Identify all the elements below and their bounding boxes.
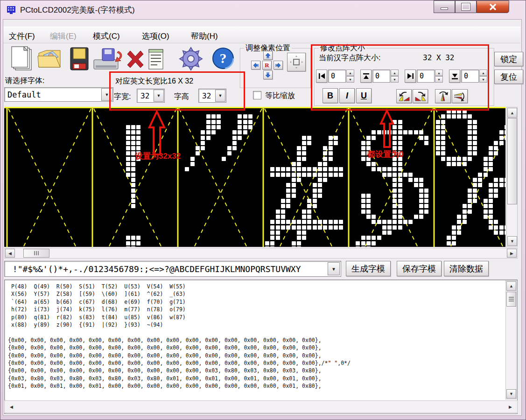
lcd-dot[interactable] (398, 183, 402, 187)
lcd-dot[interactable] (505, 125, 505, 129)
settings-gear-icon[interactable] (178, 46, 204, 73)
lcd-dot[interactable] (494, 178, 498, 182)
lcd-dot[interactable] (313, 183, 317, 187)
spinner-left-updown[interactable]: ▲▼ (346, 70, 354, 83)
lcd-dot[interactable] (302, 146, 306, 150)
lcd-dot[interactable] (372, 236, 376, 240)
lcd-dot[interactable] (136, 141, 140, 145)
lcd-dot[interactable] (452, 231, 456, 235)
lcd-dot[interactable] (307, 220, 311, 224)
lcd-dot[interactable] (136, 146, 140, 150)
lcd-dot[interactable] (323, 225, 327, 230)
lcd-dot[interactable] (489, 157, 493, 161)
lcd-dot[interactable] (302, 210, 306, 214)
lcd-dot[interactable] (489, 183, 493, 187)
lcd-dot[interactable] (473, 183, 477, 187)
lcd-dot[interactable] (468, 120, 472, 124)
lcd-dot[interactable] (329, 136, 333, 140)
lcd-dot[interactable] (398, 204, 402, 208)
lcd-dot[interactable] (281, 220, 285, 224)
lcd-dot[interactable] (382, 173, 386, 177)
lcd-dot[interactable] (468, 194, 472, 198)
lcd-dot[interactable] (499, 136, 504, 140)
lcd-dot[interactable] (227, 146, 231, 150)
lcd-dot[interactable] (270, 225, 274, 230)
lcd-dot[interactable] (297, 167, 301, 171)
lcd-dot[interactable] (489, 220, 493, 224)
lcd-dot[interactable] (441, 146, 445, 150)
lcd-dot[interactable] (463, 114, 467, 119)
lcd-dot[interactable] (473, 120, 477, 124)
lcd-dot[interactable] (313, 204, 317, 208)
lcd-dot[interactable] (484, 210, 488, 214)
adjust-left-button[interactable] (316, 70, 327, 83)
lcd-dot[interactable] (408, 178, 413, 182)
lcd-dot[interactable] (136, 130, 140, 134)
canvas-hscroll-thumb[interactable] (23, 249, 49, 258)
lcd-dot[interactable] (361, 241, 365, 245)
lcd-dot[interactable] (131, 236, 135, 240)
lcd-dot[interactable] (323, 173, 327, 177)
lcd-dot[interactable] (323, 162, 327, 166)
lcd-dot[interactable] (185, 167, 189, 171)
lcd-dot[interactable] (393, 173, 397, 177)
lcd-dot[interactable] (419, 194, 423, 198)
lcd-dot[interactable] (126, 141, 130, 145)
lcd-dot[interactable] (329, 220, 333, 224)
lcd-dot[interactable] (505, 231, 505, 235)
lcd-dot[interactable] (463, 109, 467, 113)
lcd-dot[interactable] (334, 167, 338, 171)
lcd-dot[interactable] (484, 162, 488, 166)
lcd-dot[interactable] (393, 210, 397, 214)
lcd-dot[interactable] (457, 114, 461, 119)
lcd-dot[interactable] (372, 167, 376, 171)
menu-mode[interactable]: 模式(C) (90, 29, 123, 43)
close-button[interactable] (477, 0, 509, 13)
lcd-dot[interactable] (126, 162, 130, 166)
lcd-dot[interactable] (276, 167, 280, 171)
lcd-dot[interactable] (131, 204, 135, 208)
lcd-dot[interactable] (131, 246, 135, 247)
lcd-dot[interactable] (302, 136, 306, 140)
lcd-dot[interactable] (484, 204, 488, 208)
output-scroll-right-icon[interactable]: ▶ (505, 402, 515, 412)
lcd-dot[interactable] (441, 114, 445, 119)
lcd-dot[interactable] (196, 151, 200, 155)
lcd-dot[interactable] (334, 220, 338, 224)
lcd-dot[interactable] (505, 136, 505, 140)
report-icon[interactable] (146, 47, 167, 72)
lcd-dot[interactable] (307, 210, 311, 214)
lcd-dot[interactable] (302, 231, 306, 235)
lcd-dot[interactable] (366, 241, 371, 245)
lcd-dot[interactable] (382, 167, 386, 171)
lcd-dot[interactable] (457, 231, 461, 235)
lcd-dot[interactable] (387, 231, 392, 235)
lcd-dot[interactable] (302, 215, 306, 219)
lcd-dot[interactable] (489, 167, 493, 171)
lcd-dot[interactable] (323, 151, 327, 155)
lcd-dot[interactable] (393, 204, 397, 208)
adjust-top-button[interactable] (360, 70, 372, 83)
lcd-dot[interactable] (494, 194, 498, 198)
lcd-dot[interactable] (463, 157, 467, 161)
italic-button[interactable]: I (339, 88, 355, 103)
lcd-dot[interactable] (276, 236, 280, 240)
lcd-dot[interactable] (270, 167, 274, 171)
lcd-dot[interactable] (307, 136, 311, 140)
lcd-dot[interactable] (206, 136, 210, 140)
canvas-vscroll-thumb[interactable] (507, 118, 517, 204)
lcd-dot[interactable] (424, 189, 428, 193)
output-vscroll-thumb[interactable] (506, 292, 516, 307)
lcd-dot[interactable] (281, 167, 285, 171)
lcd-dot[interactable] (468, 199, 472, 203)
lcd-dot[interactable] (286, 225, 290, 230)
lcd-dot[interactable] (398, 189, 402, 193)
lcd-dot[interactable] (313, 199, 317, 203)
lcd-dot[interactable] (131, 162, 135, 166)
rotate-left-button[interactable] (396, 89, 412, 103)
lcd-dot[interactable] (318, 167, 322, 171)
lcd-dot[interactable] (398, 215, 402, 219)
lcd-dot[interactable] (494, 151, 498, 155)
canvas-scroll-down-icon[interactable]: ▼ (507, 236, 517, 246)
lcd-dot[interactable] (387, 225, 392, 230)
